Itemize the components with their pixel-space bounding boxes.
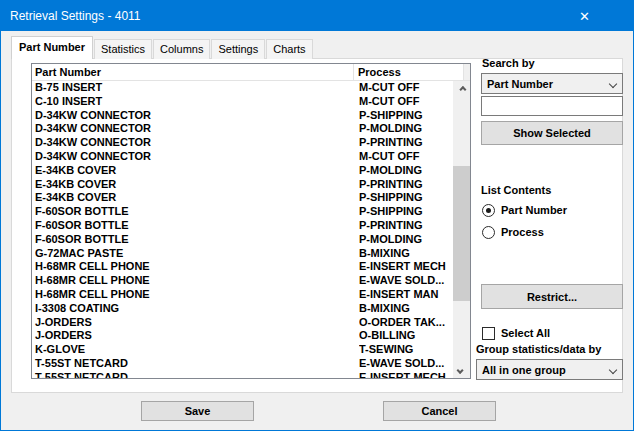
- tab-bar: Part NumberStatisticsColumnsSettingsChar…: [11, 36, 314, 59]
- table-row[interactable]: T-55ST NETCARDE-WAVE SOLD...: [32, 357, 453, 371]
- close-icon: ✕: [579, 9, 590, 24]
- radio-part-number[interactable]: [482, 204, 495, 217]
- tab-charts[interactable]: Charts: [266, 39, 312, 59]
- chevron-down-icon: [457, 366, 464, 373]
- chevron-down-icon: [609, 80, 617, 88]
- header-filler: [464, 64, 470, 80]
- part-number-cell: J-ORDERS: [32, 329, 359, 343]
- table-row[interactable]: F-60SOR BOTTLEP-MOLDING: [32, 233, 453, 247]
- table-row[interactable]: J-ORDERSO-BILLING: [32, 329, 453, 343]
- group-by-dropdown[interactable]: All in one group: [476, 359, 623, 380]
- retrieval-settings-dialog: Retrieval Settings - 4011 ✕ Part NumberS…: [0, 0, 634, 431]
- part-number-cell: J-ORDERS: [32, 316, 359, 330]
- radio-row-process: Process: [482, 224, 544, 240]
- table-row[interactable]: I-3308 COATINGB-MIXING: [32, 302, 453, 316]
- part-number-cell: H-68MR CELL PHONE: [32, 274, 359, 288]
- title-bar[interactable]: Retrieval Settings - 4011 ✕: [1, 1, 633, 31]
- part-number-cell: E-34KB COVER: [32, 164, 359, 178]
- close-button[interactable]: ✕: [562, 1, 607, 31]
- process-cell: P-SHIPPING: [359, 191, 453, 205]
- part-number-cell: D-34KW CONNECTOR: [32, 136, 359, 150]
- table-row[interactable]: E-34KB COVERP-PRINTING: [32, 178, 453, 192]
- column-header-process[interactable]: Process: [354, 64, 464, 80]
- table-row[interactable]: D-34KW CONNECTORP-PRINTING: [32, 136, 453, 150]
- select-all-label: Select All: [501, 327, 550, 339]
- part-number-cell: C-10 INSERT: [32, 95, 359, 109]
- part-number-cell: E-34KB COVER: [32, 191, 359, 205]
- scroll-down-button[interactable]: [453, 362, 470, 378]
- table-row[interactable]: E-34KB COVERP-MOLDING: [32, 164, 453, 178]
- select-all-checkbox[interactable]: [482, 327, 495, 340]
- table-row[interactable]: E-34KB COVERP-SHIPPING: [32, 191, 453, 205]
- table-row[interactable]: K-GLOVET-SEWING: [32, 343, 453, 357]
- part-number-cell: I-3308 COATING: [32, 302, 359, 316]
- table-row[interactable]: J-ORDERSO-ORDER TAK...: [32, 316, 453, 330]
- scroll-up-button[interactable]: [453, 81, 470, 97]
- part-number-cell: K-GLOVE: [32, 343, 359, 357]
- save-button[interactable]: Save: [141, 401, 254, 421]
- table-row[interactable]: F-60SOR BOTTLEP-SHIPPING: [32, 205, 453, 219]
- table-row[interactable]: D-34KW CONNECTORP-SHIPPING: [32, 109, 453, 123]
- window-title: Retrieval Settings - 4011: [10, 1, 141, 31]
- group-by-selected-value: All in one group: [482, 364, 566, 376]
- process-cell: B-MIXING: [359, 302, 453, 316]
- table-row[interactable]: H-68MR CELL PHONEE-WAVE SOLD...: [32, 274, 453, 288]
- part-number-cell: H-68MR CELL PHONE: [32, 288, 359, 302]
- part-process-list: Part Number Process B-75 INSERTM-CUT OFF…: [31, 63, 471, 379]
- part-number-cell: D-34KW CONNECTOR: [32, 109, 359, 123]
- process-cell: E-INSERT MECH: [359, 371, 453, 378]
- search-input[interactable]: [481, 96, 623, 116]
- part-number-cell: T-55ST NETCARD: [32, 371, 359, 378]
- radio-label: Part Number: [501, 204, 567, 216]
- tab-part-number[interactable]: Part Number: [11, 36, 93, 59]
- cancel-button[interactable]: Cancel: [383, 401, 496, 421]
- search-by-label: Search by: [482, 57, 535, 69]
- part-number-cell: B-75 INSERT: [32, 81, 359, 95]
- part-number-cell: F-60SOR BOTTLE: [32, 233, 359, 247]
- part-number-cell: F-60SOR BOTTLE: [32, 205, 359, 219]
- process-cell: T-SEWING: [359, 343, 453, 357]
- select-all-row: Select All: [482, 325, 550, 341]
- radio-label: Process: [501, 226, 544, 238]
- list-contents-label: List Contents: [481, 184, 551, 196]
- process-cell: M-CUT OFF: [359, 81, 453, 95]
- search-by-dropdown[interactable]: Part Number: [481, 73, 623, 94]
- process-cell: P-MOLDING: [359, 233, 453, 247]
- process-cell: E-INSERT MAN: [359, 288, 453, 302]
- process-cell: P-PRINTING: [359, 219, 453, 233]
- table-row[interactable]: C-10 INSERTM-CUT OFF: [32, 95, 453, 109]
- tab-settings[interactable]: Settings: [211, 39, 265, 59]
- table-row[interactable]: D-34KW CONNECTORP-MOLDING: [32, 122, 453, 136]
- part-number-cell: F-60SOR BOTTLE: [32, 219, 359, 233]
- part-number-cell: G-72MAC PASTE: [32, 247, 359, 261]
- table-row[interactable]: T-55ST NETCARDE-INSERT MECH: [32, 371, 453, 378]
- list-scrollbar[interactable]: [453, 81, 470, 378]
- radio-row-part-number: Part Number: [482, 202, 567, 218]
- process-cell: P-SHIPPING: [359, 205, 453, 219]
- process-cell: P-MOLDING: [359, 122, 453, 136]
- restrict-button[interactable]: Restrict...: [481, 284, 623, 309]
- scrollbar-thumb[interactable]: [453, 166, 470, 301]
- table-row[interactable]: D-34KW CONNECTORM-CUT OFF: [32, 150, 453, 164]
- process-cell: P-SHIPPING: [359, 109, 453, 123]
- part-number-cell: D-34KW CONNECTOR: [32, 150, 359, 164]
- process-cell: B-MIXING: [359, 247, 453, 261]
- tab-statistics[interactable]: Statistics: [94, 39, 152, 59]
- list-header: Part Number Process: [32, 64, 470, 81]
- radio-process[interactable]: [482, 226, 495, 239]
- tab-columns[interactable]: Columns: [153, 39, 210, 59]
- table-row[interactable]: H-68MR CELL PHONEE-INSERT MAN: [32, 288, 453, 302]
- table-row[interactable]: F-60SOR BOTTLEP-PRINTING: [32, 219, 453, 233]
- table-row[interactable]: H-68MR CELL PHONEE-INSERT MECH: [32, 260, 453, 274]
- process-cell: E-WAVE SOLD...: [359, 274, 453, 288]
- show-selected-button[interactable]: Show Selected: [481, 121, 623, 145]
- process-cell: O-ORDER TAK...: [359, 316, 453, 330]
- table-row[interactable]: G-72MAC PASTEB-MIXING: [32, 247, 453, 261]
- list-rows: B-75 INSERTM-CUT OFFC-10 INSERTM-CUT OFF…: [32, 81, 453, 378]
- search-by-selected-value: Part Number: [487, 78, 553, 90]
- part-number-cell: E-34KB COVER: [32, 178, 359, 192]
- process-cell: E-WAVE SOLD...: [359, 357, 453, 371]
- table-row[interactable]: B-75 INSERTM-CUT OFF: [32, 81, 453, 95]
- column-header-part-number[interactable]: Part Number: [32, 64, 354, 80]
- process-cell: O-BILLING: [359, 329, 453, 343]
